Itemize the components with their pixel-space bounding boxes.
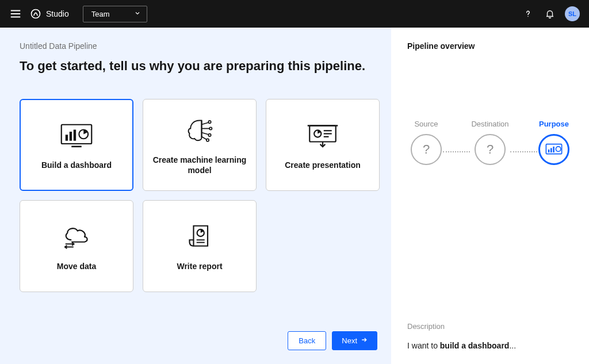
pipeline-name: Untitled Data Pipeline [20, 41, 391, 51]
step-label: Purpose [539, 120, 569, 128]
svg-point-32 [556, 147, 561, 152]
help-button[interactable] [519, 5, 537, 23]
presentation-icon [303, 120, 343, 152]
step-circle-destination: ? [475, 134, 506, 165]
dashboard-icon [56, 120, 97, 152]
svg-rect-29 [548, 150, 550, 152]
svg-point-1 [527, 16, 529, 17]
card-ml-model[interactable]: Create machine learning model [143, 99, 257, 191]
svg-rect-7 [71, 145, 82, 147]
overview-title: Pipeline overview [407, 41, 573, 51]
pipeline-steps: Source ? Destination ? Purpose [407, 120, 573, 165]
step-connector [443, 151, 470, 152]
description-text: I want to build a dashboard... [407, 341, 573, 350]
wizard-prompt: To get started, tell us why you are prep… [20, 59, 391, 74]
description-bold: build a dashboard [440, 341, 510, 350]
team-dropdown[interactable]: Team [83, 6, 147, 22]
description-suffix: ... [509, 341, 516, 350]
brain-icon [179, 114, 220, 147]
svg-point-0 [32, 10, 40, 18]
description-prefix: I want to [407, 341, 440, 350]
step-source: Source ? [411, 120, 442, 165]
card-label: Build a dashboard [41, 160, 112, 170]
card-label: Write report [177, 261, 222, 271]
user-avatar[interactable]: SL [565, 6, 580, 21]
back-button[interactable]: Back [288, 331, 326, 350]
purpose-card-grid: Build a dashboard Create machine learnin… [20, 99, 388, 292]
svg-rect-31 [553, 147, 554, 152]
svg-rect-3 [66, 135, 68, 141]
step-circle-source: ? [411, 134, 442, 165]
svg-rect-2 [62, 125, 92, 144]
svg-point-9 [208, 121, 211, 123]
step-circle-purpose [538, 134, 569, 165]
notifications-button[interactable] [541, 5, 559, 23]
hamburger-menu-icon[interactable] [9, 7, 22, 20]
arrow-right-icon [361, 336, 368, 345]
step-purpose: Purpose [538, 120, 569, 165]
studio-logo-icon [30, 8, 41, 20]
svg-point-15 [206, 139, 209, 141]
step-connector [510, 151, 537, 152]
wizard-panel: Untitled Data Pipeline To get started, t… [0, 28, 391, 364]
svg-point-13 [208, 134, 211, 136]
card-presentation[interactable]: Create presentation [266, 99, 380, 191]
svg-point-11 [209, 127, 212, 129]
step-destination: Destination ? [471, 120, 508, 165]
step-label: Destination [471, 120, 508, 128]
card-label: Move data [57, 261, 96, 271]
card-label: Create presentation [285, 160, 360, 170]
svg-rect-30 [550, 148, 552, 152]
overview-panel: Pipeline overview Source ? Destination ?… [391, 28, 589, 364]
description-label: Description [407, 322, 573, 331]
svg-line-14 [202, 136, 207, 139]
chevron-down-icon [134, 10, 141, 18]
svg-line-12 [202, 132, 209, 135]
report-icon [179, 221, 220, 253]
card-build-dashboard[interactable]: Build a dashboard [20, 99, 133, 191]
svg-rect-5 [74, 129, 76, 140]
team-dropdown-label: Team [91, 10, 110, 18]
svg-line-8 [202, 122, 209, 125]
card-label: Create machine learning model [150, 155, 249, 175]
top-bar: Studio Team SL [0, 0, 589, 28]
card-write-report[interactable]: Write report [143, 200, 257, 292]
cloud-transfer-icon [56, 221, 97, 253]
step-label: Source [414, 120, 438, 128]
brand-label: Studio [46, 9, 69, 18]
card-move-data[interactable]: Move data [20, 200, 133, 292]
svg-rect-4 [70, 132, 72, 141]
next-button-label: Next [342, 336, 357, 345]
next-button[interactable]: Next [332, 331, 377, 350]
